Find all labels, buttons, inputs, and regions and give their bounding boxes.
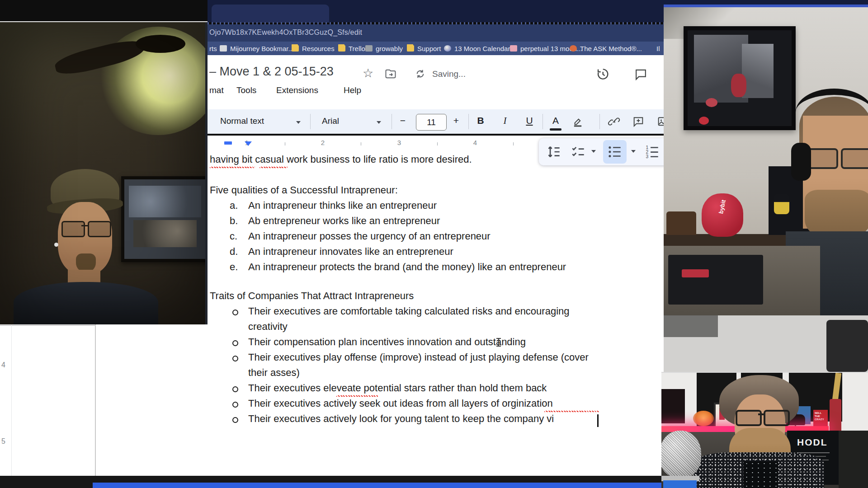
checklist-icon[interactable] (570, 143, 587, 160)
red-device (682, 269, 709, 277)
svg-text:3: 3 (646, 154, 648, 159)
numbered-list-icon[interactable]: 1 2 3 (644, 143, 661, 160)
glasses-right-lens (764, 410, 790, 426)
speaker-overlay-video: SELL THE CRAZY HODL (661, 372, 868, 488)
bullet-icon (232, 340, 238, 346)
chevron-down-icon[interactable] (631, 150, 636, 153)
shelf-items (666, 211, 696, 235)
boxing-glove: bybit (702, 193, 743, 237)
left-webcam-video (0, 21, 208, 324)
bullet-icon (232, 402, 238, 408)
desk-equipment (668, 255, 763, 305)
glasses-bridge (758, 413, 764, 415)
glasses-left-lens (736, 410, 762, 426)
bullet-icon (232, 356, 238, 361)
chair (839, 431, 868, 488)
right-column: bybit (664, 0, 868, 488)
spellcheck-squiggle (544, 411, 599, 412)
bullet-icon (232, 310, 238, 315)
bulleted-list-icon[interactable] (606, 143, 623, 160)
background-docs-window: 4 5 (0, 324, 208, 476)
text-insertion-caret (597, 414, 599, 427)
headphone-earcup (791, 143, 811, 181)
bullet-icon (232, 417, 238, 423)
glove-brand-text: bybit (717, 199, 727, 215)
picture-frame (684, 26, 796, 130)
chevron-down-icon[interactable] (591, 150, 596, 153)
vertical-ruler-number: 4 (1, 361, 5, 369)
headphone-band (796, 89, 868, 136)
penguin-toy (774, 194, 789, 214)
screen: Ojo7Wb18x7KEwekh4OxTBr3CGuzQ_Sfs/edit rt… (0, 0, 868, 488)
hodl-text: HODL (797, 437, 828, 448)
rose (699, 117, 709, 125)
vertical-ruler-number: 5 (1, 437, 5, 446)
spellcheck-squiggle (336, 395, 378, 397)
lamp-glow (693, 411, 714, 426)
desk-gap-zone (664, 315, 868, 372)
mouse-ibeam-cursor (496, 338, 501, 347)
taskbar-accent-strip (93, 483, 662, 488)
spellcheck-squiggle (259, 167, 288, 168)
spellcheck-squiggle (210, 167, 255, 168)
shirt (744, 461, 778, 488)
glasses-right-lens (841, 148, 868, 169)
book-title-text: SELL THE CRAZY (815, 412, 826, 421)
glasses-left-lens (807, 148, 838, 169)
microphone-head (661, 431, 701, 478)
microphone-body (663, 480, 697, 488)
acoustic-panel (661, 389, 685, 423)
line-spacing-icon[interactable] (545, 143, 562, 160)
right-webcam-video: bybit (664, 7, 868, 315)
bullet-icon (232, 386, 238, 392)
